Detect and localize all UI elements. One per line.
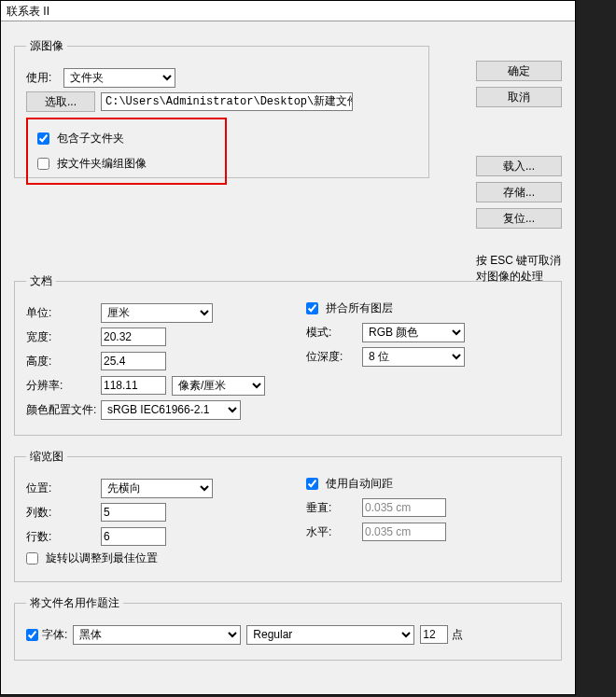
side-button-column: 确定 取消 载入... 存储... 复位... 按 ESC 键可取消对图像的处理 xyxy=(476,61,562,285)
width-input[interactable] xyxy=(101,328,166,346)
caption-legend: 将文件名用作题注 xyxy=(26,595,123,611)
group-by-folder-label[interactable]: 按文件夹编组图像 xyxy=(57,156,147,172)
unit-select[interactable]: 厘米 xyxy=(101,303,213,323)
thumbnails-group: 缩览图 位置: 先横向 列数: 行数: xyxy=(14,449,562,582)
source-legend: 源图像 xyxy=(26,38,67,54)
load-button[interactable]: 载入... xyxy=(476,156,562,176)
rotate-label[interactable]: 旋转以调整到最佳位置 xyxy=(46,551,158,566)
placement-select[interactable]: 先横向 xyxy=(101,479,213,498)
columns-input[interactable] xyxy=(101,503,166,522)
rows-label: 行数: xyxy=(26,529,101,545)
ok-button[interactable]: 确定 xyxy=(476,61,562,81)
height-label: 高度: xyxy=(26,354,101,369)
window-title: 联系表 II xyxy=(7,5,49,18)
mode-label: 模式: xyxy=(306,325,362,341)
document-legend: 文档 xyxy=(26,273,56,289)
highlight-box: 包含子文件夹 按文件夹编组图像 xyxy=(26,118,227,185)
color-profile-select[interactable]: sRGB IEC61966-2.1 xyxy=(101,400,241,420)
document-group: 文档 单位: 厘米 宽度: 高度: 分辨率 xyxy=(14,273,562,436)
rotate-checkbox[interactable] xyxy=(26,552,38,565)
rows-input[interactable] xyxy=(101,527,166,546)
dialog-window: 联系表 II 确定 取消 载入... 存储... 复位... 按 ESC 键可取… xyxy=(0,0,576,695)
horizontal-label: 水平: xyxy=(306,524,362,540)
include-subfolders-label[interactable]: 包含子文件夹 xyxy=(57,131,124,146)
profile-label: 颜色配置文件: xyxy=(26,402,101,418)
vertical-label: 垂直: xyxy=(306,500,362,516)
font-size-input[interactable] xyxy=(420,625,448,644)
caption-group: 将文件名用作题注 字体: 黑体 Regular 点 xyxy=(14,595,562,661)
resolution-input[interactable] xyxy=(101,376,166,395)
font-style-select[interactable]: Regular xyxy=(246,625,414,645)
height-input[interactable] xyxy=(101,352,166,370)
group-by-folder-checkbox[interactable] xyxy=(37,158,49,170)
font-checkbox[interactable] xyxy=(26,629,38,641)
vertical-spacing xyxy=(362,498,446,517)
auto-spacing-checkbox[interactable] xyxy=(306,478,318,490)
use-select[interactable]: 文件夹 xyxy=(63,68,175,88)
resolution-unit-select[interactable]: 像素/厘米 xyxy=(172,376,265,396)
esc-hint: 按 ESC 键可取消对图像的处理 xyxy=(476,253,562,285)
resolution-label: 分辨率: xyxy=(26,378,101,394)
depth-label: 位深度: xyxy=(306,349,362,365)
unit-label: 单位: xyxy=(26,305,101,321)
width-label: 宽度: xyxy=(26,329,101,345)
horizontal-spacing xyxy=(362,523,446,541)
use-label: 使用: xyxy=(26,70,63,86)
title-bar: 联系表 II xyxy=(1,1,575,21)
font-family-select[interactable]: 黑体 xyxy=(73,625,241,645)
save-button[interactable]: 存储... xyxy=(476,182,562,202)
bit-depth-select[interactable]: 8 位 xyxy=(362,347,465,367)
path-display: C:\Users\Administrator\Desktop\新建文件夹 xyxy=(101,92,353,111)
source-image-group: 源图像 使用: 文件夹 选取... C:\Users\Administrator… xyxy=(14,38,429,178)
thumbnails-legend: 缩览图 xyxy=(26,449,67,465)
cancel-button[interactable]: 取消 xyxy=(476,87,562,107)
auto-spacing-label[interactable]: 使用自动间距 xyxy=(326,476,393,492)
flatten-checkbox[interactable] xyxy=(306,302,318,314)
pt-label: 点 xyxy=(452,627,463,643)
placement-label: 位置: xyxy=(26,481,101,496)
flatten-label[interactable]: 拼合所有图层 xyxy=(326,300,393,316)
include-subfolders-checkbox[interactable] xyxy=(37,132,49,145)
mode-select[interactable]: RGB 颜色 xyxy=(362,323,465,342)
content-area: 确定 取消 载入... 存储... 复位... 按 ESC 键可取消对图像的处理… xyxy=(1,21,575,683)
font-label[interactable]: 字体: xyxy=(42,627,67,643)
columns-label: 列数: xyxy=(26,505,101,521)
reset-button[interactable]: 复位... xyxy=(476,208,562,229)
browse-button[interactable]: 选取... xyxy=(26,91,95,112)
